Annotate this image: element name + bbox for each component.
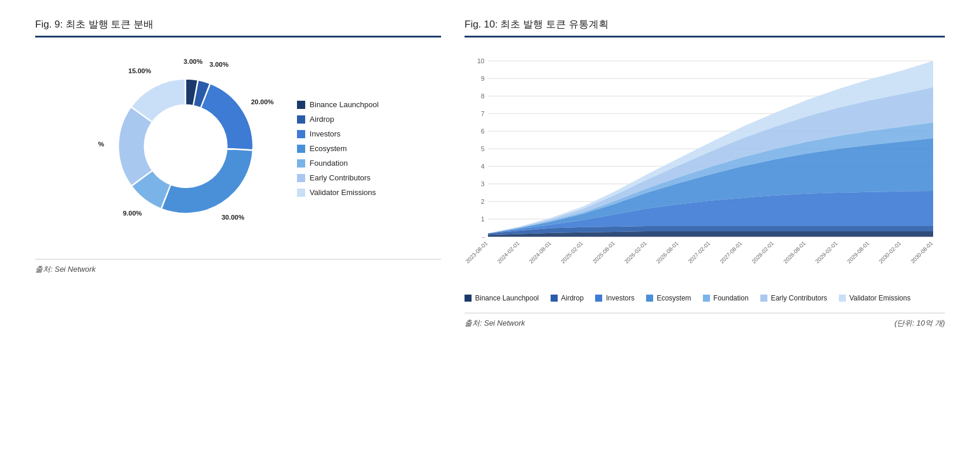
legend-item-1: Airdrop <box>297 115 379 124</box>
x-label-10: 2028-08-01 <box>782 240 807 264</box>
x-label-8: 2027-08-01 <box>719 240 743 264</box>
area-legend-color-3 <box>646 295 653 302</box>
left-source: 출처: Sei Network <box>35 264 95 275</box>
x-label-3: 2025-02-01 <box>559 240 584 264</box>
right-unit: (단위: 10억 개) <box>894 318 945 329</box>
area-legend-label-1: Airdrop <box>561 294 584 302</box>
area-legend-item-4: Foundation <box>703 294 749 302</box>
legend-item-0: Binance Launchpool <box>297 100 379 109</box>
x-label-12: 2029-08-01 <box>846 240 870 264</box>
y-label-1: 1 <box>481 216 484 223</box>
right-source: 출처: Sei Network <box>465 318 525 329</box>
area-legend-label-0: Binance Launchpool <box>475 294 539 302</box>
left-source-line: 출처: Sei Network <box>35 259 441 275</box>
x-label-11: 2029-02-01 <box>814 240 838 264</box>
right-title: Fig. 10: 최초 발행 토큰 유통계획 <box>465 18 945 31</box>
donut-label-3: 30.00% <box>221 214 244 221</box>
legend-item-6: Validator Emissions <box>297 188 379 197</box>
legend-label-1: Airdrop <box>310 115 334 124</box>
y-label-7: 7 <box>481 110 484 117</box>
y-label-5: 5 <box>481 145 484 152</box>
legend-color-2 <box>297 130 305 138</box>
legend-item-2: Investors <box>297 129 379 138</box>
y-label-10: 10 <box>477 57 484 64</box>
left-title: Fig. 9: 최초 발행 토큰 분배 <box>35 18 441 31</box>
legend-color-3 <box>297 145 305 153</box>
area-chart-area: -123456789102023-08-012024-02-012024-08-… <box>465 49 945 302</box>
y-label-6: 6 <box>481 128 484 135</box>
x-label-9: 2028-02-01 <box>750 240 775 264</box>
x-label-0: 2023-08-01 <box>465 240 489 264</box>
area-legend-color-5 <box>760 295 767 302</box>
right-source-line: 출처: Sei Network (단위: 10억 개) <box>465 313 945 329</box>
y-label-0: - <box>482 233 484 240</box>
donut-label-2: 20.00% <box>251 98 274 105</box>
donut-label-5: 20.00% <box>98 140 104 147</box>
donut-label-1: 3.00% <box>209 60 228 67</box>
left-panel: Fig. 9: 최초 발행 토큰 분배 3.00%3.00%20.00%30.0… <box>23 18 453 440</box>
area-legend-label-5: Early Contributors <box>771 294 827 302</box>
area-legend-color-6 <box>839 295 846 302</box>
x-label-13: 2030-02-01 <box>877 240 902 264</box>
legend-item-5: Early Contributors <box>297 173 379 182</box>
x-label-14: 2030-08-01 <box>909 240 934 264</box>
area-legend-item-3: Ecosystem <box>646 294 691 302</box>
donut-segment-3 <box>161 149 252 213</box>
area-legend-color-4 <box>703 295 710 302</box>
area-legend-item-1: Airdrop <box>551 294 584 302</box>
donut-legend: Binance LaunchpoolAirdropInvestorsEcosys… <box>297 100 379 197</box>
donut-label-4: 9.00% <box>122 209 142 216</box>
donut-svg: 3.00%3.00%20.00%30.00%9.00%20.00%15.00% <box>98 49 274 248</box>
legend-color-6 <box>297 189 305 197</box>
legend-label-2: Investors <box>310 129 341 138</box>
area-legend-item-2: Investors <box>595 294 634 302</box>
donut-area: 3.00%3.00%20.00%30.00%9.00%20.00%15.00% … <box>35 49 441 248</box>
area-legend-item-6: Validator Emissions <box>839 294 910 302</box>
area-legend-color-2 <box>595 295 602 302</box>
area-legend-label-4: Foundation <box>713 294 749 302</box>
donut-label-0: 3.00% <box>183 58 203 65</box>
area-legend-item-5: Early Contributors <box>760 294 827 302</box>
y-label-9: 9 <box>481 75 484 82</box>
area-chart-svg: -123456789102023-08-012024-02-012024-08-… <box>465 49 945 283</box>
legend-color-5 <box>297 174 305 182</box>
x-label-4: 2025-08-01 <box>591 240 616 264</box>
area-legend-color-1 <box>551 295 558 302</box>
donut-segment-5 <box>118 107 152 185</box>
donut-label-6: 15.00% <box>128 67 151 74</box>
y-label-4: 4 <box>481 163 484 170</box>
area-legend-item-0: Binance Launchpool <box>465 294 539 302</box>
area-chart-legend: Binance LaunchpoolAirdropInvestorsEcosys… <box>465 294 945 302</box>
x-label-5: 2026-02-01 <box>623 240 648 264</box>
y-label-2: 2 <box>481 198 484 205</box>
area-legend-label-3: Ecosystem <box>657 294 691 302</box>
right-divider <box>465 36 945 37</box>
x-label-2: 2024-08-01 <box>528 240 552 264</box>
legend-color-0 <box>297 101 305 109</box>
donut-chart-wrap: 3.00%3.00%20.00%30.00%9.00%20.00%15.00% <box>98 49 274 248</box>
area-legend-label-2: Investors <box>606 294 634 302</box>
legend-color-4 <box>297 159 305 168</box>
legend-label-5: Early Contributors <box>310 173 371 182</box>
area-legend-color-0 <box>465 295 472 302</box>
donut-segment-2 <box>201 83 253 149</box>
x-label-1: 2024-02-01 <box>496 240 521 264</box>
legend-color-1 <box>297 115 305 124</box>
left-divider <box>35 36 441 37</box>
legend-item-4: Foundation <box>297 159 379 168</box>
area-legend-label-6: Validator Emissions <box>849 294 910 302</box>
legend-label-3: Ecosystem <box>310 144 347 153</box>
right-panel: Fig. 10: 최초 발행 토큰 유통계획 -123456789102023-… <box>453 18 957 440</box>
legend-label-4: Foundation <box>310 159 348 168</box>
x-label-7: 2027-02-01 <box>687 240 711 264</box>
x-label-6: 2026-08-01 <box>655 240 679 264</box>
y-label-3: 3 <box>481 180 484 187</box>
y-label-8: 8 <box>481 93 484 100</box>
legend-item-3: Ecosystem <box>297 144 379 153</box>
legend-label-6: Validator Emissions <box>310 188 376 197</box>
legend-label-0: Binance Launchpool <box>310 100 379 109</box>
